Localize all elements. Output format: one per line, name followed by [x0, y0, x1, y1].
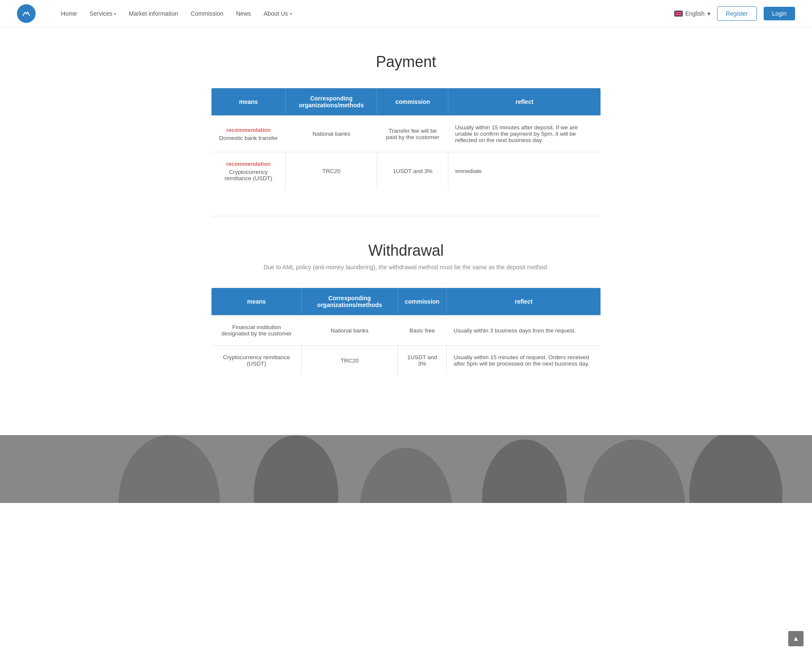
nav-links: Home Services ▾ Market information Commi…	[61, 10, 674, 17]
nav-right: English ▾ Register Login	[674, 6, 795, 21]
language-chevron-icon: ▾	[707, 10, 710, 17]
commission-cell: Transfer fee will be paid by the custome…	[377, 116, 448, 152]
payment-col-commission: commission	[377, 88, 448, 116]
about-chevron-icon: ▾	[290, 11, 292, 16]
table-row: recommendationCryptocurrency remittance …	[211, 152, 601, 190]
payment-title: Payment	[211, 53, 601, 71]
means-cell: Cryptocurrency remittance (USDT)	[211, 346, 302, 376]
recommendation-badge: recommendation	[218, 161, 278, 167]
table-row: Financial institution designated by the …	[211, 316, 601, 346]
withdrawal-table: means Corresponding organizations/method…	[211, 288, 601, 376]
withdrawal-col-commission: commission	[398, 288, 447, 316]
main-content: Payment means Corresponding organization…	[203, 28, 609, 418]
payment-col-reflect: reflect	[448, 88, 601, 116]
payment-table-header-row: means Corresponding organizations/method…	[211, 88, 601, 116]
commission-cell: 1USDT and 3%	[377, 152, 448, 190]
payment-table: means Corresponding organizations/method…	[211, 88, 601, 190]
section-divider	[211, 216, 601, 216]
commission-cell: 1USDT and 3%	[398, 346, 447, 376]
org-cell: TRC20	[302, 346, 398, 376]
brand-logo	[17, 4, 36, 23]
means-label: Domestic bank transfer	[219, 135, 278, 141]
language-label: English	[685, 10, 705, 17]
svg-rect-9	[674, 13, 683, 14]
nav-home[interactable]: Home	[61, 10, 77, 17]
nav-news[interactable]: News	[236, 10, 251, 17]
means-cell: recommendationCryptocurrency remittance …	[211, 152, 286, 190]
payment-col-org: Corresponding organizations/methods	[286, 88, 377, 116]
withdrawal-title: Withdrawal	[211, 242, 601, 260]
recommendation-badge: recommendation	[218, 127, 279, 133]
table-row: recommendationDomestic bank transferNati…	[211, 116, 601, 152]
means-label: Cryptocurrency remittance (USDT)	[225, 169, 273, 182]
reflect-cell: Usually within 3 business days from the …	[447, 316, 601, 346]
login-button[interactable]: Login	[764, 7, 795, 20]
brand[interactable]	[17, 4, 36, 23]
withdrawal-col-reflect: reflect	[447, 288, 601, 316]
nav-commission[interactable]: Commission	[191, 10, 223, 17]
means-label: Cryptocurrency remittance (USDT)	[223, 354, 290, 367]
withdrawal-col-org: Corresponding organizations/methods	[302, 288, 398, 316]
payment-col-means: means	[211, 88, 286, 116]
org-cell: TRC20	[286, 152, 377, 190]
commission-cell: Basic free	[398, 316, 447, 346]
footer-image	[0, 435, 812, 503]
page-wrapper: Home Services ▾ Market information Commi…	[0, 0, 812, 503]
nav-market[interactable]: Market information	[129, 10, 178, 17]
reflect-cell: Usually within 15 minutes of request. Or…	[447, 346, 601, 376]
org-cell: National banks	[286, 116, 377, 152]
means-cell: recommendationDomestic bank transfer	[211, 116, 286, 152]
org-cell: National banks	[302, 316, 398, 346]
uk-flag-icon	[674, 11, 683, 17]
services-chevron-icon: ▾	[114, 11, 116, 16]
nav-about[interactable]: About Us ▾	[264, 10, 292, 17]
navbar: Home Services ▾ Market information Commi…	[0, 0, 812, 28]
means-label: Financial institution designated by the …	[221, 324, 292, 337]
withdrawal-table-header-row: means Corresponding organizations/method…	[211, 288, 601, 316]
table-row: Cryptocurrency remittance (USDT)TRC201US…	[211, 346, 601, 376]
reflect-cell: Usually within 15 minutes after deposit.…	[448, 116, 601, 152]
reflect-cell: immediate	[448, 152, 601, 190]
nav-services[interactable]: Services ▾	[89, 10, 116, 17]
withdrawal-col-means: means	[211, 288, 302, 316]
withdrawal-subtitle: Due to AML policy (anti-money laundering…	[211, 264, 601, 271]
means-cell: Financial institution designated by the …	[211, 316, 302, 346]
register-button[interactable]: Register	[717, 6, 757, 21]
language-selector[interactable]: English ▾	[674, 10, 710, 17]
